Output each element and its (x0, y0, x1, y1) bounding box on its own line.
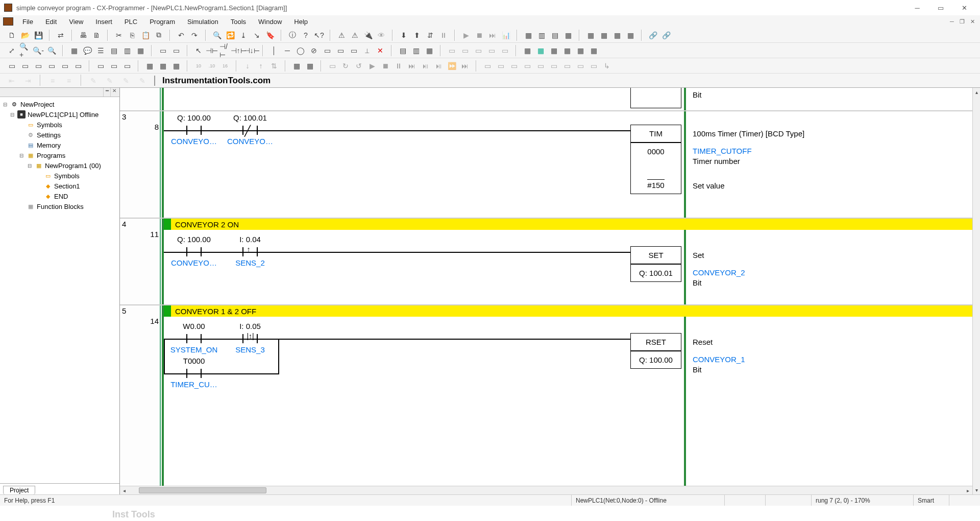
tree-symbols[interactable]: Symbols (37, 121, 62, 129)
tree-section1[interactable]: Section1 (54, 182, 80, 190)
view2-icon[interactable]: ▥ (535, 29, 548, 41)
grid-icon[interactable]: ▦ (68, 44, 80, 57)
find-icon[interactable]: 🔍 (211, 29, 223, 41)
coil-icon[interactable]: ◯ (295, 44, 307, 57)
t2i-icon[interactable]: ▦ (561, 44, 573, 57)
scroll-up-icon[interactable]: ▴ (973, 88, 981, 97)
vert-line-icon[interactable]: │ (268, 44, 280, 57)
pulse-up-icon[interactable]: ⊣↑⊢ (232, 44, 244, 57)
t3c-icon[interactable]: ▭ (32, 60, 44, 72)
undo-icon[interactable]: ↶ (175, 29, 187, 41)
mark2-icon[interactable]: ✎ (104, 75, 116, 87)
rung3-instruction-box[interactable]: TIM 0000 #150 (630, 125, 681, 194)
instr4-icon[interactable]: ⟂ (361, 44, 373, 57)
t3y-icon[interactable]: ⏯ (432, 60, 445, 72)
t3x-icon[interactable]: ⏯ (419, 60, 431, 72)
mnemonic-icon[interactable]: ▤ (108, 44, 120, 57)
link1-icon[interactable]: 🔗 (647, 29, 659, 41)
align-r-icon[interactable]: ≡ (63, 75, 75, 87)
t3z3-icon[interactable]: ▭ (508, 60, 520, 72)
open-icon[interactable]: 📂 (19, 29, 31, 41)
whatsthis-icon[interactable]: ↖? (313, 29, 325, 41)
t3u-icon[interactable]: ▭ (326, 60, 338, 72)
mdi-restore-button[interactable]: ❐ (958, 17, 967, 26)
view8-icon[interactable]: ▦ (624, 29, 636, 41)
view7-icon[interactable]: ▦ (611, 29, 623, 41)
rung4-instruction-box[interactable]: SET Q: 100.01 (630, 246, 681, 282)
redo-icon[interactable]: ↷ (188, 29, 201, 41)
t3l-icon[interactable]: ▦ (170, 60, 182, 72)
t2j-icon[interactable]: ▦ (574, 44, 586, 57)
instr-icon[interactable]: ▭ (321, 44, 333, 57)
t3r-icon[interactable]: ⇅ (268, 60, 280, 72)
nc-contact-icon[interactable]: ⊣/⊢ (219, 44, 231, 57)
find-next-icon[interactable]: ⤓ (237, 29, 250, 41)
t2f-icon[interactable]: ▦ (521, 44, 533, 57)
indent-l-icon[interactable]: ⇤ (6, 75, 18, 87)
editor-vscrollbar[interactable]: ▴ ▾ (972, 88, 980, 494)
mdi-minimize-button[interactable]: ─ (947, 17, 957, 26)
t3o-icon[interactable]: 16 (219, 60, 231, 72)
ff-icon[interactable]: ⏩ (446, 60, 458, 72)
indent-r-icon[interactable]: ⇥ (22, 75, 34, 87)
t3b-icon[interactable]: ▭ (19, 60, 31, 72)
menu-view[interactable]: View (63, 18, 89, 26)
tree-memory[interactable]: Memory (37, 141, 61, 149)
copy-icon[interactable]: ⎘ (126, 29, 138, 41)
menu-edit[interactable]: Edit (39, 18, 63, 26)
t2d-icon[interactable]: ▭ (485, 44, 498, 57)
tree-p-symbols[interactable]: Symbols (54, 172, 80, 180)
editor-hscrollbar[interactable]: ◂ ▸ (120, 486, 972, 494)
t3z2-icon[interactable]: ▭ (495, 60, 507, 72)
sidebar-close-icon[interactable]: ✕ (110, 88, 117, 97)
t3i-icon[interactable]: ▭ (121, 60, 133, 72)
instr3-icon[interactable]: ▭ (348, 44, 360, 57)
t3z9-icon[interactable]: ▭ (587, 60, 600, 72)
t2g-icon[interactable]: ▦ (534, 44, 547, 57)
t2e-icon[interactable]: ▭ (499, 44, 511, 57)
minimize-button[interactable]: ─ (905, 0, 929, 15)
run-icon[interactable]: ▶ (460, 29, 472, 41)
t3f-icon[interactable]: ▭ (72, 60, 84, 72)
t2h-icon[interactable]: ▦ (548, 44, 560, 57)
delete-icon[interactable]: ✕ (374, 44, 386, 57)
rung5-contact-2[interactable]: I: 0.05 |↑| SENS_3 (222, 322, 278, 354)
tree-plc[interactable]: NewPLC1[CP1L] Offline (28, 111, 99, 119)
t2a-icon[interactable]: ▭ (446, 44, 458, 57)
help-icon[interactable]: ? (300, 29, 312, 41)
close-button[interactable]: ✕ (952, 0, 976, 15)
paste-icon[interactable]: 📋 (139, 29, 152, 41)
t3n-icon[interactable]: .10 (206, 60, 218, 72)
menu-window[interactable]: Window (252, 18, 288, 26)
view3-icon[interactable]: ▤ (549, 29, 561, 41)
tree-fblocks[interactable]: Function Blocks (37, 203, 84, 210)
link2-icon[interactable]: 🔗 (660, 29, 672, 41)
rung-comment-icon[interactable]: ▦ (423, 44, 435, 57)
pulse-dn-icon[interactable]: ⊣↓⊢ (246, 44, 258, 57)
pause-icon[interactable]: ⏸ (437, 29, 450, 41)
menu-plc[interactable]: PLC (118, 18, 143, 26)
t3g-icon[interactable]: ▭ (94, 60, 107, 72)
rung-below-icon[interactable]: ▥ (410, 44, 422, 57)
t3a-icon[interactable]: ▭ (6, 60, 18, 72)
fb-icon[interactable]: ▭ (157, 44, 169, 57)
view4-icon[interactable]: ▦ (562, 29, 574, 41)
t3t-icon[interactable]: ▦ (304, 60, 316, 72)
warning2-icon[interactable]: ⚠ (349, 29, 361, 41)
sidebar-pin-icon[interactable]: ━ (103, 88, 110, 97)
menu-file[interactable]: File (16, 18, 39, 26)
pause2-icon[interactable]: ⏸ (393, 60, 405, 72)
stop2-icon[interactable]: ⏹ (379, 60, 391, 72)
no-contact-icon[interactable]: ⊣⊢ (206, 44, 218, 57)
menu-tools[interactable]: Tools (225, 18, 252, 26)
t3v-icon[interactable]: ↻ (339, 60, 352, 72)
rung5-contact-1[interactable]: W0.00 SYSTEM_ON (166, 322, 222, 354)
hscroll-thumb[interactable] (139, 487, 266, 493)
horz-line-icon[interactable]: ─ (281, 44, 293, 57)
zoom-out-icon[interactable]: 🔍- (32, 44, 44, 57)
info-icon[interactable]: ⓘ (286, 29, 299, 41)
t3z1-icon[interactable]: ▭ (481, 60, 494, 72)
t2c-icon[interactable]: ▭ (472, 44, 484, 57)
new-icon[interactable]: 🗋 (6, 29, 18, 41)
coil-nc-icon[interactable]: ⊘ (308, 44, 320, 57)
